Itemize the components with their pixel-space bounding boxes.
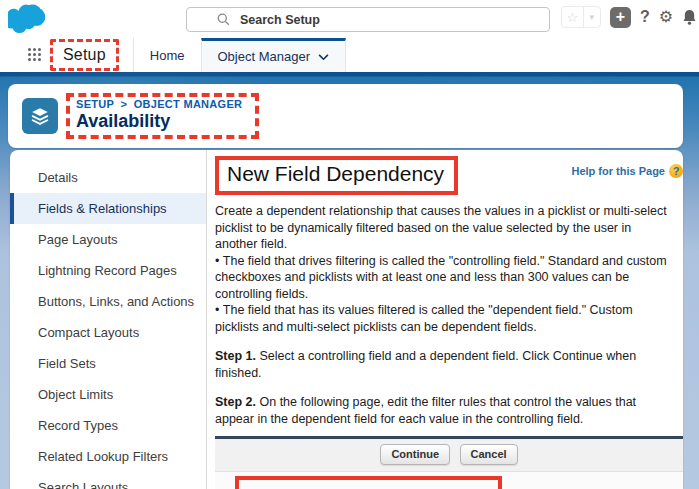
favorites-star-icon[interactable]: ☆ [562,7,584,27]
top-button-bar: Continue Cancel [215,439,683,472]
field-dependency-form: Continue Cancel Controlling Field Is Ava… [215,436,683,489]
form-fields-area: Controlling Field Is Available [215,472,683,489]
tab-object-manager[interactable]: Object Manager [201,38,347,72]
step-2-label: Step 2. [215,395,256,409]
help-link-label: Help for this Page [571,165,665,177]
object-sidebar: Details Fields & Relationships Page Layo… [10,150,207,489]
bullet-controlling-field: The field that drives filtering is calle… [215,253,670,303]
main-content: New Field Dependency Help for this Page … [207,150,683,489]
object-layers-icon [22,98,58,134]
sidebar-item-record-types[interactable]: Record Types [10,410,206,441]
step-1-label: Step 1. [215,349,256,363]
tab-home[interactable]: Home [133,38,201,72]
breadcrumb-object-manager-link[interactable]: OBJECT MANAGER [134,98,243,110]
help-for-this-page-link[interactable]: Help for this Page ? [571,164,683,178]
chevron-down-icon [318,52,329,61]
favorites-control[interactable]: ☆ ▾ [561,6,601,28]
breadcrumb-setup-link[interactable]: SETUP [76,98,114,110]
header-icons: ☆ ▾ + ? ⚙ [561,6,697,28]
breadcrumb-annotation-box: SETUP > OBJECT MANAGER Availability [66,93,259,139]
cancel-button-top[interactable]: Cancel [460,444,518,465]
setup-gear-icon[interactable]: ⚙ [659,9,673,25]
global-actions-icon[interactable]: + [610,7,631,28]
app-launcher-icon[interactable] [28,48,42,62]
setup-annotation-box: Setup [50,39,119,71]
continue-button-top[interactable]: Continue [380,444,450,465]
page-background: SETUP > OBJECT MANAGER Availability Deta… [0,72,699,489]
object-manager-card: Details Fields & Relationships Page Layo… [10,150,683,489]
sidebar-item-search-layouts[interactable]: Search Layouts [10,472,206,489]
sidebar-item-lightning-record-pages[interactable]: Lightning Record Pages [10,255,206,286]
page-title: New Field Dependency [227,162,444,186]
description-text: Create a dependent relationship that cau… [215,203,670,427]
sidebar-item-buttons-links-actions[interactable]: Buttons, Links, and Actions [10,286,206,317]
salesforce-setup-screen: ☆ ▾ + ? ⚙ Setup Home Object Manager [0,0,699,489]
step-2-text: Step 2. On the following page, edit the … [215,394,670,427]
salesforce-logo-icon [8,3,48,37]
sidebar-item-compact-layouts[interactable]: Compact Layouts [10,317,206,348]
object-title: Availability [76,111,245,132]
search-input[interactable] [240,13,541,27]
breadcrumb: SETUP > OBJECT MANAGER [76,98,245,110]
sidebar-item-field-sets[interactable]: Field Sets [10,348,206,379]
fields-annotation-box: Controlling Field Is Available [235,476,502,489]
global-header: ☆ ▾ + ? ⚙ [0,0,699,38]
search-icon [217,13,230,26]
sidebar-item-object-limits[interactable]: Object Limits [10,379,206,410]
object-header-card: SETUP > OBJECT MANAGER Availability [8,84,683,148]
title-annotation-box: New Field Dependency [215,156,458,195]
help-icon[interactable]: ? [640,8,650,26]
intro-paragraph: Create a dependent relationship that cau… [215,203,670,253]
tab-object-manager-label: Object Manager [218,49,311,64]
step-1-text: Step 1. Select a controlling field and a… [215,348,670,381]
sidebar-item-related-lookup-filters[interactable]: Related Lookup Filters [10,441,206,472]
help-question-icon: ? [669,164,683,178]
breadcrumb-separator: > [121,98,128,110]
setup-search[interactable] [186,7,550,32]
setup-app-label: Setup [63,46,106,64]
sidebar-item-page-layouts[interactable]: Page Layouts [10,224,206,255]
sidebar-item-details[interactable]: Details [10,162,206,193]
notifications-bell-icon[interactable] [682,9,697,26]
favorites-caret-icon[interactable]: ▾ [584,7,600,27]
bullet-dependent-field: The field that has its values filtered i… [215,302,670,335]
setup-tab-bar: Setup Home Object Manager [0,38,699,72]
sidebar-item-fields-relationships[interactable]: Fields & Relationships [10,193,206,224]
